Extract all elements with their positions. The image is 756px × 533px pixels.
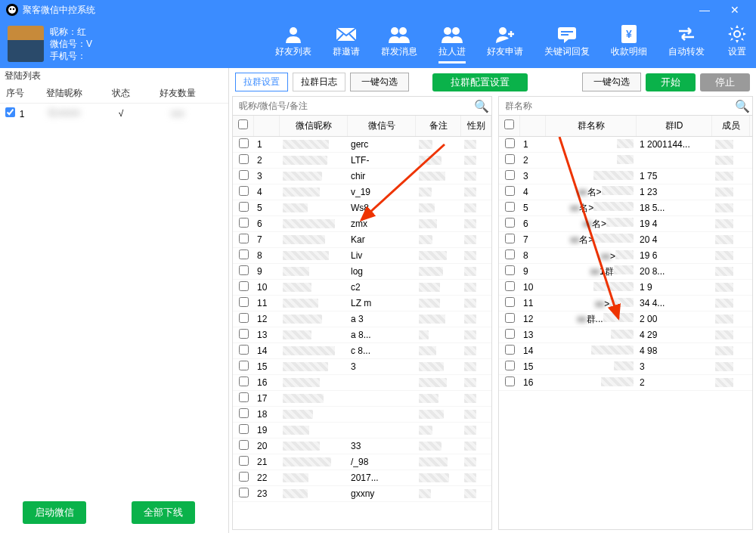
friend-checkbox[interactable] (239, 170, 249, 180)
friend-checkbox[interactable] (239, 218, 249, 228)
friend-row[interactable]: 8Liv (233, 248, 491, 264)
group-checkbox[interactable] (505, 218, 515, 228)
group-checkbox[interactable] (505, 361, 515, 370)
group-checkbox[interactable] (505, 265, 515, 275)
group-row[interactable]: 5xx名>18 5... (499, 200, 752, 216)
friends-search-input[interactable] (233, 97, 472, 115)
group-row[interactable]: 11xx>34 4... (499, 296, 752, 311)
start-button[interactable]: 开始 (646, 73, 696, 91)
friend-row[interactable]: 10c2 (233, 280, 491, 296)
nav-friends[interactable]: 好友列表 (275, 24, 311, 64)
group-row[interactable]: 162 (499, 375, 752, 391)
friend-row[interactable]: 20 33 (233, 438, 491, 454)
friend-row[interactable]: 16 (233, 375, 491, 391)
group-checkbox[interactable] (505, 281, 515, 291)
group-checkbox[interactable] (505, 249, 515, 259)
friend-checkbox[interactable] (239, 186, 249, 196)
login-checkbox[interactable] (5, 107, 15, 117)
start-wechat-button[interactable]: 启动微信 (23, 501, 86, 524)
minimize-button[interactable]: — (689, 4, 720, 16)
all-offline-button[interactable]: 全部下线 (132, 501, 195, 524)
group-checkbox[interactable] (505, 154, 515, 164)
nav-groupinvite[interactable]: 群邀请 (333, 24, 360, 64)
friend-row[interactable]: 6zmx (233, 216, 491, 232)
friend-checkbox[interactable] (239, 472, 249, 482)
friend-row[interactable]: 5Ws8 (233, 200, 491, 216)
group-checkbox[interactable] (505, 313, 515, 323)
group-checkbox[interactable] (505, 345, 515, 355)
friend-row[interactable]: 17 (233, 391, 491, 407)
group-row[interactable]: 2 (499, 153, 752, 169)
friend-checkbox[interactable] (239, 424, 249, 434)
friend-checkbox[interactable] (239, 234, 249, 243)
nav-settings[interactable]: 设置 (726, 24, 748, 64)
friend-checkbox[interactable] (239, 154, 249, 164)
close-button[interactable]: ✕ (720, 4, 750, 16)
friend-row[interactable]: 9log (233, 264, 491, 280)
friend-checkbox[interactable] (239, 138, 249, 148)
friend-row[interactable]: 13a 8... (233, 327, 491, 343)
friend-row[interactable]: 3chir (233, 169, 491, 184)
nav-pullgroup[interactable]: 拉人进 (438, 24, 466, 64)
group-row[interactable]: 12xx群...2 00 (499, 311, 752, 327)
friend-checkbox[interactable] (239, 377, 249, 386)
config-button[interactable]: 拉群配置设置 (432, 73, 528, 91)
friend-row[interactable]: 14c 8... (233, 343, 491, 359)
group-row[interactable]: 31 75 (499, 169, 752, 184)
group-row[interactable]: 7xx名>20 4 (499, 232, 752, 248)
nav-mass[interactable]: 群发消息 (381, 24, 417, 64)
groups-search-input[interactable] (499, 97, 733, 115)
group-row[interactable]: 101 9 (499, 280, 752, 296)
friend-checkbox[interactable] (239, 297, 249, 307)
friend-row[interactable]: 18 (233, 407, 491, 423)
friend-row[interactable]: 21 /_98 (233, 454, 491, 470)
group-checkbox[interactable] (505, 170, 515, 180)
group-row[interactable]: 153 (499, 359, 752, 375)
group-checkbox[interactable] (505, 202, 515, 212)
groups-check-all[interactable] (504, 119, 514, 129)
login-row[interactable]: 1红xxxxx√xxx (0, 104, 228, 122)
group-row[interactable]: 134 29 (499, 327, 752, 343)
friend-checkbox[interactable] (239, 281, 249, 291)
friend-row[interactable]: 22 2017... (233, 470, 491, 486)
group-row[interactable]: 6xx名>19 4 (499, 216, 752, 232)
friend-checkbox[interactable] (239, 456, 249, 466)
nav-friendreq[interactable]: 好友申请 (487, 24, 523, 64)
friend-row[interactable]: 2LTF- (233, 153, 491, 169)
friend-row[interactable]: 15 3 (233, 359, 491, 375)
friend-row[interactable]: 23 gxxny (233, 486, 491, 502)
friend-row[interactable]: 19 (233, 423, 491, 438)
friend-checkbox[interactable] (239, 408, 249, 418)
group-row[interactable]: 8xx>19 6 (499, 248, 752, 264)
group-checkbox[interactable] (505, 329, 515, 339)
friend-checkbox[interactable] (239, 329, 249, 339)
friend-row[interactable]: 1gerc (233, 137, 491, 153)
friend-checkbox[interactable] (239, 202, 249, 212)
friend-checkbox[interactable] (239, 361, 249, 370)
group-row[interactable]: 11 2001144... (499, 137, 752, 153)
nav-payment[interactable]: ¥收款明细 (611, 24, 647, 64)
group-row[interactable]: 9xx1群20 8... (499, 264, 752, 280)
friend-checkbox[interactable] (239, 265, 249, 275)
check-all-button-2[interactable]: 一键勾选 (582, 73, 641, 91)
friend-checkbox[interactable] (239, 345, 249, 355)
group-checkbox[interactable] (505, 138, 515, 148)
check-all-button[interactable]: 一键勾选 (350, 73, 409, 91)
friend-checkbox[interactable] (239, 249, 249, 259)
group-row[interactable]: 144 98 (499, 343, 752, 359)
friend-row[interactable]: 4v_19 (233, 184, 491, 200)
group-checkbox[interactable] (505, 377, 515, 386)
group-checkbox[interactable] (505, 234, 515, 243)
friend-row[interactable]: 11LZ m (233, 296, 491, 311)
search-icon[interactable]: 🔍 (472, 97, 491, 115)
friend-row[interactable]: 12a 3 (233, 311, 491, 327)
nav-autofwd[interactable]: 自动转发 (668, 24, 705, 64)
friend-checkbox[interactable] (239, 440, 249, 450)
friend-checkbox[interactable] (239, 313, 249, 323)
stop-button[interactable]: 停止 (700, 73, 750, 91)
group-checkbox[interactable] (505, 297, 515, 307)
search-icon[interactable]: 🔍 (733, 97, 752, 115)
friend-checkbox[interactable] (239, 488, 249, 497)
group-checkbox[interactable] (505, 186, 515, 196)
tab-pull-settings[interactable]: 拉群设置 (235, 73, 288, 91)
